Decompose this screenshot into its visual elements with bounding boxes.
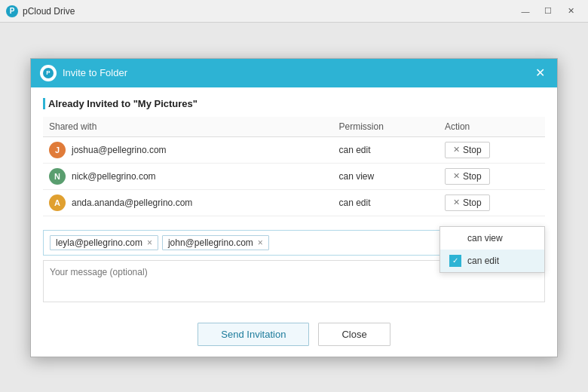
user-avatar: A xyxy=(49,194,66,211)
dropdown-option-label: can edit xyxy=(467,256,499,266)
stop-button[interactable]: ✕ Stop xyxy=(445,194,490,211)
invite-area: leyla@pellegrino.com × john@pellegrino.c… xyxy=(43,222,545,260)
email-tag-remove[interactable]: × xyxy=(258,238,263,247)
permission-cell: can edit xyxy=(332,136,438,163)
dropdown-option[interactable]: can view xyxy=(440,227,544,250)
email-tag-text: john@pellegrino.com xyxy=(168,237,253,248)
user-email: nick@pellegrino.com xyxy=(72,171,156,182)
close-button[interactable]: Close xyxy=(318,323,390,346)
stop-button[interactable]: ✕ Stop xyxy=(445,168,490,185)
titlebar: P pCloud Drive — ☐ ✕ xyxy=(0,0,588,23)
stop-label: Stop xyxy=(463,198,482,208)
permission-dropdown-menu: can view ✓ can edit xyxy=(439,226,545,273)
stop-button[interactable]: ✕ Stop xyxy=(445,142,490,158)
table-row: J joshua@pellegrino.com can edit ✕ Stop xyxy=(43,136,545,163)
action-cell: ✕ Stop xyxy=(439,163,545,189)
section-title: Already Invited to "My Pictures" xyxy=(43,98,545,109)
check-icon: ✓ xyxy=(449,255,461,267)
user-email: joshua@pellegrino.com xyxy=(72,145,167,155)
user-cell: J joshua@pellegrino.com xyxy=(43,136,332,163)
stop-label: Stop xyxy=(463,171,482,182)
col-permission: Permission xyxy=(332,117,438,137)
permission-dropdown[interactable]: can edit ▾ can view ✓ can edit xyxy=(462,230,545,256)
x-icon: ✕ xyxy=(453,198,460,207)
app-icon: P xyxy=(6,5,18,17)
user-avatar: J xyxy=(49,142,66,158)
maximize-button[interactable]: ☐ xyxy=(537,4,559,19)
col-shared: Shared with xyxy=(43,117,332,137)
dropdown-option[interactable]: ✓ can edit xyxy=(440,250,544,272)
table-row: A anda.ananda@pellegrino.com can edit ✕ … xyxy=(43,189,545,216)
window-body: P Invite to Folder ✕ Already Invited to … xyxy=(0,23,588,392)
dialog-title: Invite to Folder xyxy=(63,67,532,78)
dialog-footer: Send Invitation Close xyxy=(31,315,557,357)
dialog-header-icon-inner: P xyxy=(43,68,54,78)
user-avatar: N xyxy=(49,168,66,185)
send-invitation-button[interactable]: Send Invitation xyxy=(198,323,309,346)
dialog-header-icon: P xyxy=(40,65,57,81)
email-tag-remove[interactable]: × xyxy=(147,238,152,247)
user-cell: N nick@pellegrino.com xyxy=(43,163,332,189)
x-icon: ✕ xyxy=(453,171,460,181)
minimize-button[interactable]: — xyxy=(514,4,537,19)
share-table: Shared with Permission Action J joshua@p… xyxy=(43,117,545,216)
check-placeholder xyxy=(449,232,461,244)
action-cell: ✕ Stop xyxy=(439,136,545,163)
window-controls: — ☐ ✕ xyxy=(514,4,582,19)
email-tag-text: leyla@pellegrino.com xyxy=(56,237,142,248)
email-input-container[interactable]: leyla@pellegrino.com × john@pellegrino.c… xyxy=(43,230,456,256)
app-icon-letter: P xyxy=(10,7,15,15)
col-action: Action xyxy=(439,117,545,137)
table-row: N nick@pellegrino.com can view ✕ Stop xyxy=(43,163,545,189)
dialog-close-button[interactable]: ✕ xyxy=(532,64,548,82)
invite-dialog: P Invite to Folder ✕ Already Invited to … xyxy=(30,58,558,357)
permission-cell: can edit xyxy=(332,189,438,216)
email-tag: john@pellegrino.com × xyxy=(162,235,269,250)
stop-label: Stop xyxy=(463,145,482,155)
user-cell: A anda.ananda@pellegrino.com xyxy=(43,189,332,216)
action-cell: ✕ Stop xyxy=(439,189,545,216)
dialog-header: P Invite to Folder ✕ xyxy=(31,59,557,87)
email-tag: leyla@pellegrino.com × xyxy=(50,235,158,250)
user-email: anda.ananda@pellegrino.com xyxy=(72,198,192,208)
app-title: pCloud Drive xyxy=(23,6,514,17)
dropdown-option-label: can view xyxy=(467,233,503,243)
x-icon: ✕ xyxy=(453,145,460,155)
permission-cell: can view xyxy=(332,163,438,189)
dialog-content: Already Invited to "My Pictures" Shared … xyxy=(31,87,557,315)
window-close-button[interactable]: ✕ xyxy=(559,4,582,19)
